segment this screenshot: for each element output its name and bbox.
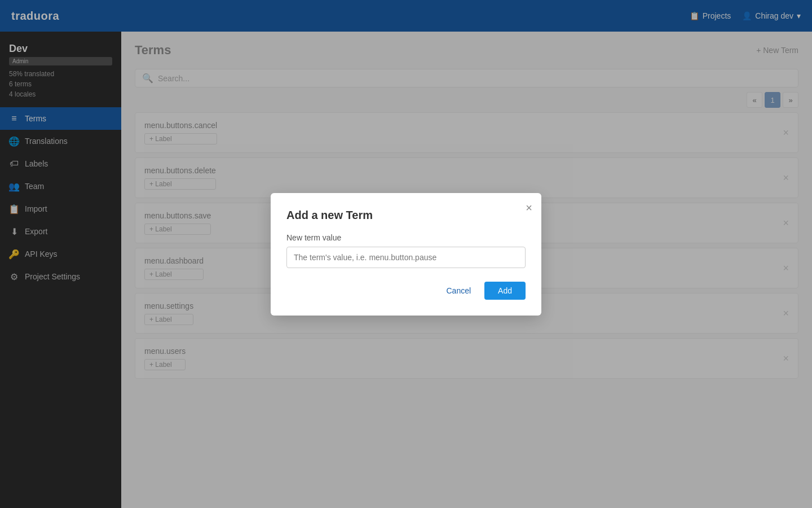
add-term-modal: × Add a new Term New term value Cancel A… [271, 193, 541, 316]
modal-title: Add a new Term [286, 209, 526, 222]
modal-overlay: × Add a new Term New term value Cancel A… [0, 0, 812, 508]
cancel-button[interactable]: Cancel [439, 282, 478, 300]
new-term-input[interactable] [286, 247, 526, 268]
modal-field-label: New term value [286, 233, 526, 242]
add-button[interactable]: Add [484, 282, 526, 300]
modal-actions: Cancel Add [286, 282, 526, 300]
modal-close-button[interactable]: × [526, 202, 532, 213]
